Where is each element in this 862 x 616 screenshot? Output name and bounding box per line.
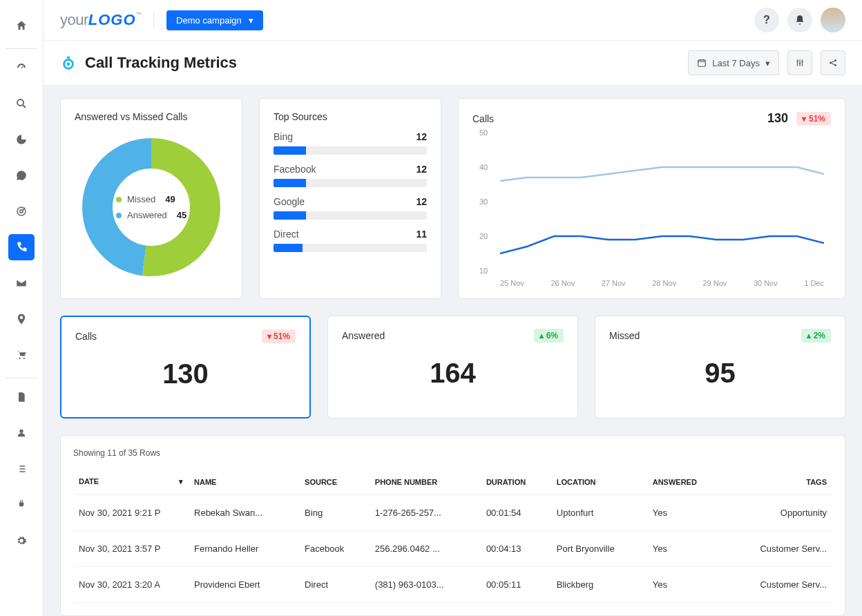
stat-label: Answered [342, 330, 385, 341]
logo[interactable]: yourLOGO™ [60, 11, 141, 29]
card-title: Top Sources [274, 111, 427, 122]
trend-badge: ▴ 6% [534, 329, 564, 343]
chevron-down-icon: ▾ [765, 58, 770, 68]
target-icon[interactable] [8, 198, 35, 224]
table-row[interactable]: Nov 30, 2021 3:20 AProvidenci EbertDirec… [73, 567, 832, 603]
svg-rect-5 [698, 60, 706, 66]
report-icon[interactable] [8, 384, 35, 410]
svg-point-0 [17, 99, 23, 106]
column-header[interactable]: LOCATION [551, 469, 647, 495]
source-row: Direct11 [274, 229, 427, 252]
stat-card-calls[interactable]: Calls ▾ 51% 130 [60, 316, 311, 418]
date-range-selector[interactable]: Last 7 Days▾ [688, 50, 779, 75]
source-row: Google12 [274, 196, 427, 220]
stat-card-answered[interactable]: Answered ▴ 6% 164 [327, 316, 578, 418]
pie-icon[interactable] [8, 126, 35, 153]
avatar[interactable] [821, 8, 845, 32]
column-header[interactable]: DATE▾ [73, 469, 189, 495]
phone-icon[interactable] [8, 234, 35, 260]
calls-table-card: Showing 11 of 35 Rows DATE▾NAMESOURCEPHO… [60, 435, 845, 616]
mail-icon[interactable] [8, 270, 35, 296]
trend-badge: ▾ 51% [262, 329, 296, 343]
stat-value: 130 [75, 358, 296, 389]
column-header[interactable]: DURATION [481, 469, 551, 495]
line-chart: 1020304050 25 Nov26 Nov27 Nov28 Nov29 No… [472, 133, 831, 286]
top-sources-card: Top Sources Bing12 Facebook12 Google12 D… [259, 98, 441, 299]
calls-chart-card: Calls 130 ▾ 51% 1020304050 25 Nov26 Nov2… [458, 98, 845, 299]
column-header[interactable]: TAGS [724, 469, 832, 495]
table-row[interactable]: Nov 30, 2021 3:57 PFernando HellerFacebo… [73, 531, 832, 567]
card-title: Calls [472, 113, 494, 124]
column-header[interactable]: PHONE NUMBER [370, 469, 481, 495]
table-row[interactable]: Nov 30, 2021 9:21 PRebekah Swan...Bing1-… [73, 495, 832, 531]
table-info: Showing 11 of 35 Rows [73, 448, 832, 458]
chevron-down-icon: ▾ [249, 15, 253, 26]
help-button[interactable]: ? [754, 8, 779, 32]
page-title: Call Tracking Metrics [85, 54, 237, 72]
filter-button[interactable] [787, 50, 812, 75]
stat-value: 164 [342, 358, 564, 389]
svg-point-4 [67, 63, 70, 66]
stat-label: Missed [609, 330, 640, 341]
stat-label: Calls [75, 331, 97, 342]
calls-table: DATE▾NAMESOURCEPHONE NUMBERDURATIONLOCAT… [73, 469, 832, 603]
trend-badge: ▴ 2% [801, 329, 831, 343]
column-header[interactable]: NAME [189, 469, 299, 495]
chat-icon[interactable] [8, 162, 35, 189]
share-button[interactable] [821, 50, 845, 75]
column-header[interactable]: SOURCE [299, 469, 370, 495]
notifications-button[interactable] [787, 8, 812, 32]
gear-icon[interactable] [8, 528, 35, 554]
source-row: Bing12 [274, 131, 427, 155]
search-icon[interactable] [8, 90, 35, 117]
column-header[interactable]: ANSWERED [647, 469, 725, 495]
plug-icon[interactable] [8, 492, 35, 518]
campaign-selector[interactable]: Demo campaign▾ [166, 10, 263, 30]
call-tracking-icon [60, 55, 77, 71]
user-icon[interactable] [8, 420, 35, 446]
stat-card-missed[interactable]: Missed ▴ 2% 95 [595, 316, 845, 418]
dashboard-icon[interactable] [8, 55, 35, 81]
home-icon[interactable] [8, 12, 35, 39]
card-title: Answered vs Missed Calls [75, 111, 228, 122]
answered-missed-card: Answered vs Missed Calls Missed49 Answer… [60, 98, 242, 299]
cart-icon[interactable] [8, 342, 35, 368]
trend-badge: ▾ 51% [796, 112, 831, 126]
card-total: 130 [767, 111, 788, 126]
sort-icon: ▾ [179, 477, 183, 486]
location-icon[interactable] [8, 306, 35, 332]
source-row: Facebook12 [274, 164, 427, 187]
stat-value: 95 [609, 358, 831, 389]
list-icon[interactable] [8, 456, 35, 482]
